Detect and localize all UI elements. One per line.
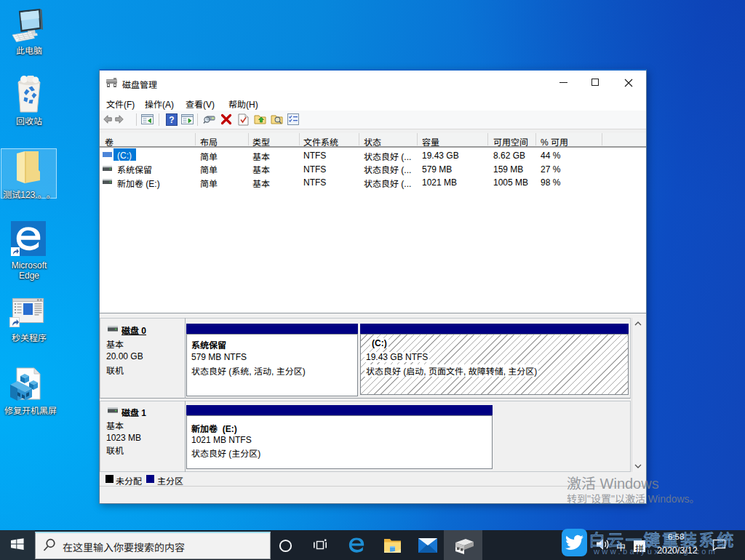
svg-text:?: ? <box>169 115 174 125</box>
